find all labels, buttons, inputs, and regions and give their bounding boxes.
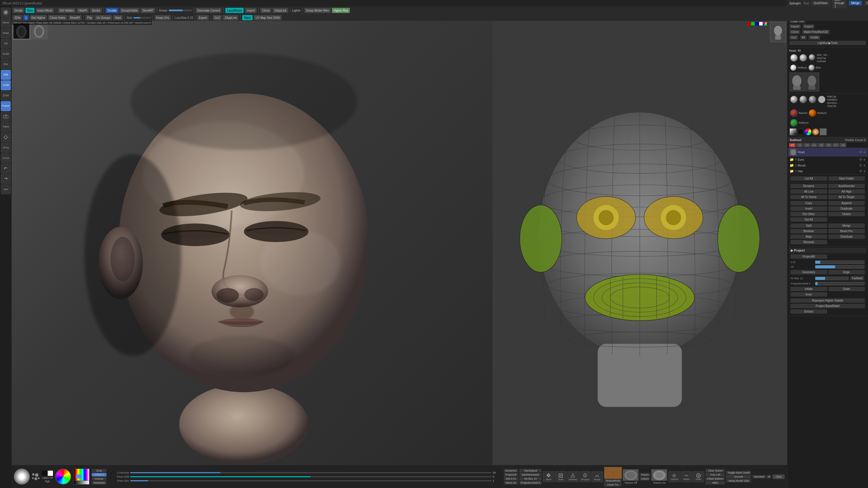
zsub-btn[interactable]: ZSub (1, 91, 11, 101)
keep-uvs-btn[interactable]: Keep UVs (155, 15, 171, 20)
zplugin-left-btn[interactable]: ZPlug (1, 143, 11, 153)
uv-groups-btn[interactable]: Uv Groups (95, 15, 112, 20)
subtool-eyes-add[interactable]: + (863, 157, 866, 162)
select-tool-btn[interactable]: Sel (1, 39, 11, 48)
skin-sphere[interactable] (812, 128, 819, 135)
delete-btn[interactable]: Delete (828, 212, 865, 216)
viewmask-btn[interactable]: ViewMask (92, 481, 106, 485)
group-visible-btn[interactable]: GroupVisible (120, 8, 140, 13)
dist-btn[interactable]: Dist 0.01 (504, 477, 518, 481)
gmt-btn[interactable]: Gmt (26, 8, 34, 13)
head-right-viewport[interactable] (492, 21, 787, 465)
list-all-btn[interactable]: List All (790, 176, 827, 181)
move-tool-btn[interactable]: Move (1, 18, 11, 28)
v2-btn[interactable]: V2 (796, 143, 803, 147)
subtool-mouth-add[interactable]: + (863, 163, 866, 168)
frame-btn[interactable]: Frame (1, 101, 11, 111)
lazy-mouse-btn[interactable]: LazyMouse (225, 8, 244, 13)
camera-btn[interactable] (1, 111, 11, 122)
smooth-btn[interactable]: Smooth (726, 475, 751, 479)
z-intensity-slider[interactable] (130, 472, 492, 473)
all-high-btn[interactable]: All High (828, 189, 865, 194)
import-tool-btn[interactable]: Import (789, 24, 801, 29)
sdiv-btn[interactable]: SDiv (13, 15, 22, 20)
del-hidden-btn[interactable]: Del Hidden (58, 8, 75, 13)
copy-subtool-btn[interactable]: Copy (790, 201, 827, 205)
clone-tool-btn[interactable]: Clone (789, 30, 800, 34)
color-black-swatch[interactable] (42, 470, 47, 476)
insert-mesh-btn[interactable]: Insert Mesh (36, 8, 54, 13)
v5-btn[interactable]: V5 (818, 143, 825, 147)
farthest-btn[interactable]: Farthest (850, 276, 864, 281)
subtool-hair-add[interactable]: + (863, 169, 866, 173)
export-btn[interactable]: Export (197, 15, 209, 20)
light2-btn[interactable] (1, 132, 11, 142)
mat-basicm[interactable] (790, 109, 798, 117)
inflate-btn[interactable]: Inflate (693, 471, 704, 482)
imbed-btn[interactable]: Imbed 0 (92, 473, 106, 477)
project-all-btn[interactable]: ProjectAll (504, 473, 518, 477)
default-zscript-btn[interactable]: DefaultZScript (864, 1, 868, 5)
brush-tool-btn[interactable] (1, 7, 11, 18)
goz-btn[interactable]: GoZ (213, 15, 222, 20)
showpt-btn[interactable]: ShowPt (68, 15, 82, 20)
mat-white-sphere2[interactable] (799, 54, 807, 62)
uv-map-size-btn[interactable]: UV Map Size 2048 (254, 15, 281, 20)
standard-btn[interactable]: Standard (752, 475, 766, 479)
project-all-btn[interactable]: ProjectAll (790, 254, 827, 259)
scale-tool-btn[interactable]: Scale (1, 49, 11, 59)
edge-btn[interactable]: Edge (828, 270, 865, 274)
color-gradient-area[interactable] (73, 468, 89, 485)
black-sphere[interactable] (797, 128, 804, 135)
setup-model-wire-btn[interactable]: Setup Model Wire (304, 8, 331, 13)
divide-btn[interactable]: Divide (13, 8, 24, 13)
start-btn[interactable]: Start (113, 15, 123, 20)
head-left-viewport[interactable] (11, 21, 492, 465)
see-through-btn[interactable]: See-through 1 (832, 0, 846, 8)
mat-flatcolr[interactable] (818, 96, 826, 103)
flip-btn[interactable]: Flip (85, 15, 93, 20)
new-folder-btn[interactable]: New Folder (828, 176, 865, 181)
all-btn[interactable]: All (800, 35, 807, 40)
all-low-btn[interactable]: All Low (790, 189, 827, 194)
clone-btn[interactable]: Clone (260, 8, 271, 13)
dist-slider[interactable] (815, 260, 865, 264)
texture-raw-btn[interactable]: TextureRAW (604, 479, 621, 483)
mat-bumpvu[interactable] (809, 96, 816, 103)
dynamics-btn[interactable]: Dynamics (504, 469, 518, 473)
zsub-btn[interactable]: Zsub (92, 469, 106, 473)
del-other-btn[interactable]: Del Other (790, 212, 827, 216)
inverse-btn[interactable]: Inverse (92, 477, 106, 481)
merge-btn[interactable]: Merge (849, 1, 862, 5)
v3-btn[interactable]: V3 (804, 143, 810, 147)
export-tool-btn[interactable]: Export (803, 24, 814, 29)
auto-reorder-btn[interactable]: AutoReorder (828, 184, 865, 188)
color-wheel[interactable] (55, 468, 71, 485)
morph-icon-btn[interactable]: Morph (591, 471, 603, 482)
distribute-btn[interactable]: Distribute (828, 234, 865, 239)
subtool-mouth-gear[interactable]: ⚙ (859, 163, 862, 167)
m-btn[interactable]: M (767, 475, 772, 479)
zapplink-btn[interactable]: ZAppLink (273, 8, 288, 13)
v6-btn[interactable]: V6 (825, 143, 832, 147)
insert-btn[interactable]: Insert (790, 206, 827, 211)
merge-btn[interactable]: Merge (828, 224, 865, 228)
outer-btn[interactable]: Outer (828, 287, 865, 291)
transform-btn[interactable]: Trans (1, 122, 11, 132)
close-holes-btn[interactable]: Close Holes (48, 15, 67, 20)
flatten-btn[interactable]: Flatten (681, 471, 692, 482)
gradient-swatch[interactable] (789, 128, 797, 135)
mat-reflect2[interactable] (809, 109, 816, 117)
remesh-btn[interactable]: Remesh (790, 240, 827, 244)
color-selected[interactable] (76, 475, 82, 479)
project-base-relief-btn[interactable]: Project BaseRelief (790, 304, 865, 308)
rotate-tool-btn[interactable]: Rot (1, 60, 11, 69)
higher-res-btn[interactable]: Higher Res (332, 8, 350, 13)
redo-btn[interactable] (1, 174, 11, 184)
v1-btn[interactable]: V1 (789, 143, 796, 147)
zadd-btn[interactable]: ZAdd (1, 80, 11, 90)
color-spectrum-sphere[interactable] (805, 128, 812, 135)
double-btn[interactable]: Double (105, 8, 118, 13)
focal-shift-slider[interactable] (130, 476, 492, 477)
project-section-title[interactable]: ▶ Project (789, 248, 866, 253)
